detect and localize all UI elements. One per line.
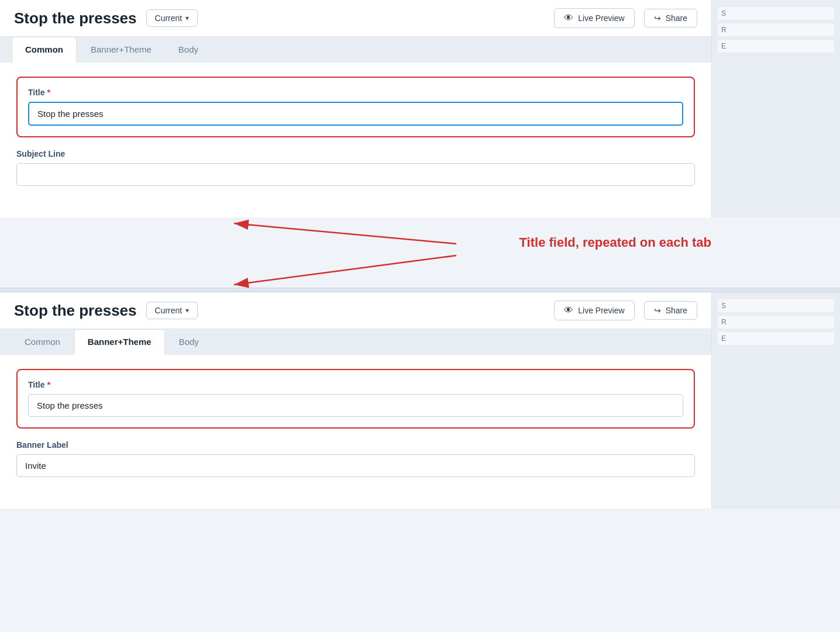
right-panel-item-1: S bbox=[718, 7, 834, 20]
live-preview-button-bottom[interactable]: 👁 Live Preview bbox=[554, 301, 634, 320]
right-side-bottom: S R E bbox=[711, 292, 840, 509]
chevron-down-icon-top: ▾ bbox=[185, 14, 189, 22]
title-card-bottom: Title * bbox=[16, 369, 695, 429]
right-panel-items-bottom: S R E bbox=[712, 292, 840, 352]
subject-line-label-top: Subject Line bbox=[16, 149, 695, 158]
share-label-top: Share bbox=[666, 13, 687, 23]
annotation-arrow-svg bbox=[0, 217, 840, 288]
bottom-main-content: Stop the presses Current ▾ 👁 Live Previe… bbox=[0, 292, 711, 509]
title-label-top: Title * bbox=[28, 87, 683, 97]
tab-banner-theme-top[interactable]: Banner+Theme bbox=[78, 37, 164, 63]
eye-icon-bottom: 👁 bbox=[564, 305, 573, 316]
chevron-down-icon-bottom: ▾ bbox=[185, 306, 189, 315]
tab-body-bottom[interactable]: Body bbox=[166, 330, 212, 355]
annotation-section: Title field, repeated on each tab bbox=[0, 217, 840, 288]
tab-body-label-top: Body bbox=[178, 44, 198, 54]
top-main-content: Stop the presses Current ▾ 👁 Live Previe… bbox=[0, 0, 711, 217]
share-button-top[interactable]: ↪ Share bbox=[644, 9, 697, 27]
banner-label-label: Banner Label bbox=[16, 440, 695, 450]
tab-common-label-bottom: Common bbox=[25, 337, 60, 347]
version-label-top: Current bbox=[155, 13, 183, 23]
title-required-star-top: * bbox=[47, 87, 51, 97]
page-title-top: Stop the presses bbox=[14, 9, 137, 27]
bottom-header: Stop the presses Current ▾ 👁 Live Previe… bbox=[0, 292, 711, 329]
version-dropdown-bottom[interactable]: Current ▾ bbox=[146, 302, 198, 319]
title-required-star-bottom: * bbox=[47, 379, 51, 389]
live-preview-button-top[interactable]: 👁 Live Preview bbox=[554, 8, 634, 28]
share-label-bottom: Share bbox=[666, 306, 687, 315]
tab-common-label-top: Common bbox=[25, 44, 63, 54]
tab-body-label-bottom: Body bbox=[179, 337, 199, 347]
subject-line-group-top: Subject Line bbox=[16, 149, 695, 186]
right-panel-item-b1: S bbox=[718, 299, 834, 312]
title-card-top: Title * bbox=[16, 77, 695, 137]
share-arrow-icon-top: ↪ bbox=[654, 13, 661, 23]
top-header: Stop the presses Current ▾ 👁 Live Previe… bbox=[0, 0, 711, 37]
tabs-bar-bottom: Common Banner+Theme Body bbox=[0, 329, 711, 355]
svg-line-2 bbox=[234, 223, 456, 244]
section-divider bbox=[0, 288, 840, 292]
tab-common-top[interactable]: Common bbox=[12, 37, 77, 63]
right-panel-items-top: S R E bbox=[712, 0, 840, 60]
version-dropdown-top[interactable]: Current ▾ bbox=[146, 9, 198, 27]
bottom-section: Stop the presses Current ▾ 👁 Live Previe… bbox=[0, 292, 840, 509]
tabs-bar-top: Common Banner+Theme Body bbox=[0, 37, 711, 63]
right-panel-item-b3: E bbox=[718, 332, 834, 345]
live-preview-label-top: Live Preview bbox=[578, 13, 624, 23]
version-label-bottom: Current bbox=[155, 306, 183, 315]
title-input-bottom[interactable] bbox=[28, 394, 683, 417]
title-input-top[interactable] bbox=[28, 102, 683, 126]
tab-banner-theme-label-top: Banner+Theme bbox=[91, 44, 152, 54]
tab-content-top: Title * Subject Line bbox=[0, 63, 711, 217]
live-preview-label-bottom: Live Preview bbox=[578, 306, 624, 315]
title-label-bottom: Title * bbox=[28, 379, 683, 389]
tab-content-bottom: Title * Banner Label bbox=[0, 355, 711, 509]
tab-banner-theme-bottom[interactable]: Banner+Theme bbox=[74, 329, 165, 355]
page-title-bottom: Stop the presses bbox=[14, 302, 137, 320]
share-button-bottom[interactable]: ↪ Share bbox=[644, 301, 697, 320]
banner-label-input[interactable] bbox=[16, 454, 695, 477]
annotation-text: Title field, repeated on each tab bbox=[519, 235, 711, 250]
right-panel-item-b2: R bbox=[718, 316, 834, 329]
right-panel-item-2: R bbox=[718, 23, 834, 36]
tab-banner-theme-label-bottom: Banner+Theme bbox=[88, 337, 152, 347]
panels-wrapper: Stop the presses Current ▾ 👁 Live Previe… bbox=[0, 0, 840, 509]
subject-line-input-top[interactable] bbox=[16, 163, 695, 186]
top-section: Stop the presses Current ▾ 👁 Live Previe… bbox=[0, 0, 840, 217]
eye-icon-top: 👁 bbox=[564, 13, 573, 23]
svg-line-3 bbox=[234, 255, 456, 285]
tab-body-top[interactable]: Body bbox=[166, 37, 211, 63]
right-side-top: S R E bbox=[711, 0, 840, 217]
tab-common-bottom[interactable]: Common bbox=[12, 330, 73, 355]
right-panel-item-3: E bbox=[718, 40, 834, 53]
banner-label-group: Banner Label bbox=[16, 440, 695, 477]
share-arrow-icon-bottom: ↪ bbox=[654, 306, 661, 315]
